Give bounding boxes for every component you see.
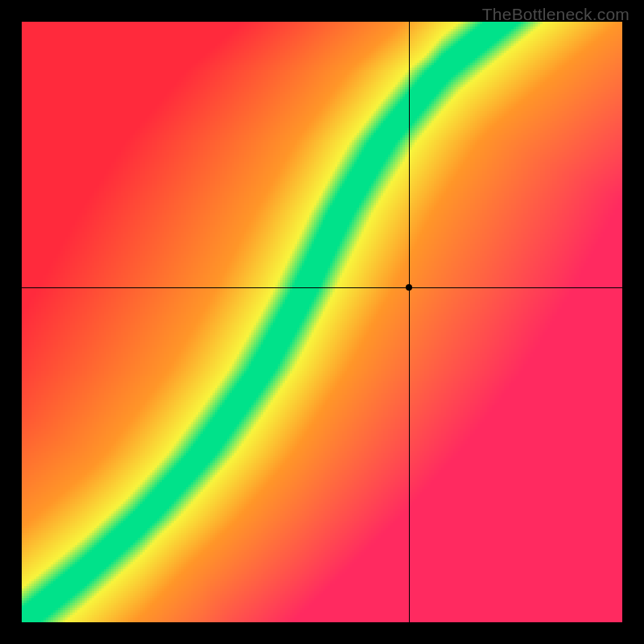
watermark-text: TheBottleneck.com	[482, 5, 630, 24]
heatmap-plot	[22, 22, 622, 622]
crosshair-dot	[406, 284, 412, 291]
crosshair-vertical	[409, 22, 410, 622]
crosshair-horizontal	[22, 287, 622, 288]
heatmap-canvas	[22, 22, 622, 622]
